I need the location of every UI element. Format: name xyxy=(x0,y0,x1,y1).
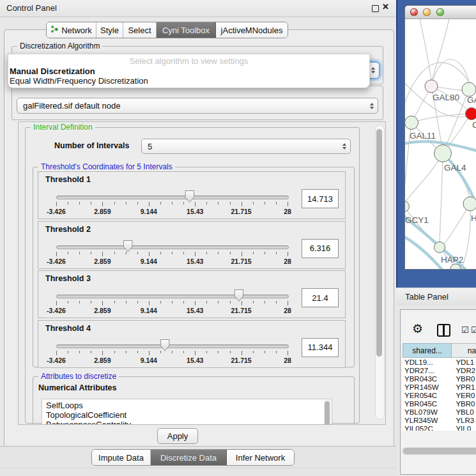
network-view-window[interactable]: GAL80GAGAL11CGAL4GCY1HHAP2 xyxy=(404,5,476,270)
network-node[interactable] xyxy=(425,80,438,93)
network-node[interactable] xyxy=(463,197,476,211)
table-row[interactable]: YBR043CYBR0 xyxy=(403,374,476,383)
tab-jactivemnodules[interactable]: jActiveMNodules xyxy=(216,22,288,38)
algorithm-dropdown-popup: Select algorithm to view settings Manual… xyxy=(8,54,370,88)
bottom-tabstrip: Impute DataDiscretize DataInfer Network xyxy=(91,449,295,466)
checkbox-icon[interactable]: ☑ xyxy=(461,326,469,334)
threshold-label: Threshold 2 xyxy=(45,225,91,234)
tick-mark xyxy=(149,202,150,206)
float-window-icon[interactable] xyxy=(372,5,379,12)
thresholds-group: Threshold's Coordinates for 5 Intervals … xyxy=(33,167,355,367)
tick-label: 21.715 xyxy=(231,357,252,364)
table-toolbar: ⚙ ☑ ☑ xyxy=(401,310,476,342)
split-columns-icon[interactable] xyxy=(437,324,450,337)
column-header-name[interactable]: na xyxy=(452,343,476,358)
network-node[interactable] xyxy=(405,201,410,212)
table-row[interactable]: YIL052CYIL0 xyxy=(403,424,476,431)
tick-mark xyxy=(218,252,219,254)
column-header-shared-name[interactable]: shared... xyxy=(403,343,452,358)
tab-discretize-data[interactable]: Discretize Data xyxy=(151,450,227,465)
cell-shared-name: YER054C xyxy=(403,392,449,399)
tick-mark xyxy=(172,202,173,204)
threshold-value-field[interactable]: 21.4 xyxy=(302,288,339,307)
attributes-title: Attributes to discretize xyxy=(38,372,119,381)
slider-thumb[interactable] xyxy=(185,190,194,203)
tab-style[interactable]: Style xyxy=(96,22,123,38)
tick-label: 2.859 xyxy=(94,208,111,215)
network-node[interactable] xyxy=(466,108,476,120)
cell-name: YBR0 xyxy=(449,375,476,383)
close-icon[interactable]: ✕ xyxy=(382,2,389,12)
table-row[interactable]: YLR345WYLR3 xyxy=(403,416,476,424)
tick-mark xyxy=(253,301,254,303)
combo-stepper-icon xyxy=(371,63,375,78)
gear-icon[interactable]: ⚙ xyxy=(412,323,423,335)
slider-track[interactable] xyxy=(56,295,289,298)
numerical-attributes-list[interactable]: SelfLoopsTopologicalCoefficientBetweenne… xyxy=(42,399,332,425)
attribute-item-selfloops[interactable]: SelfLoops xyxy=(46,401,83,410)
table-row[interactable]: YPR145WYPR1 xyxy=(403,383,476,391)
tab-label: jActiveMNodules xyxy=(221,26,283,35)
tick-mark xyxy=(160,252,161,254)
cell-name: YDL1 xyxy=(449,358,476,366)
slider-thumb[interactable] xyxy=(123,240,133,252)
table-container: ⚙ ☑ ☑ shared... na YDL19...YDL1YDR27...Y… xyxy=(400,309,476,475)
table-row[interactable]: YBR045CYBR0 xyxy=(403,399,476,408)
attributes-group: Attributes to discretize Numerical Attri… xyxy=(33,376,355,425)
tick-label: 15.43 xyxy=(187,257,203,265)
tick-mark xyxy=(102,252,103,256)
tab-network[interactable]: Network xyxy=(47,22,96,38)
table-row[interactable]: YDR27...YDR2 xyxy=(403,366,476,374)
table-horizontal-scrollbar[interactable] xyxy=(402,447,476,455)
tick-mark xyxy=(79,252,80,254)
table-row[interactable]: YDL19...YDL1 xyxy=(403,358,476,366)
attribute-item-betweennesscentrality[interactable]: BetweennessCentrality xyxy=(46,420,131,425)
combo-stepper-icon xyxy=(370,98,374,113)
threshold-value-field[interactable]: 14.713 xyxy=(302,189,339,208)
slider-thumb[interactable] xyxy=(160,339,170,351)
algorithm-hint-option[interactable]: Select algorithm to view settings xyxy=(8,56,369,66)
table-row[interactable]: YER054CYER0 xyxy=(403,391,476,399)
tick-mark xyxy=(265,252,265,254)
top-tabstrip: NetworkStyleSelectCyni ToolboxjActiveMNo… xyxy=(46,22,288,38)
panel-title: Control Panel xyxy=(6,3,57,13)
network-canvas[interactable]: GAL80GAGAL11CGAL4GCY1HHAP2 xyxy=(405,19,476,270)
table-row[interactable]: YBL079WYBL0 xyxy=(403,408,476,416)
apply-button[interactable]: Apply xyxy=(157,428,198,444)
threshold-panel-3: Threshold 3-3.4262.8599.14415.4321.71528… xyxy=(38,270,346,318)
tab-label: Cyni Toolbox xyxy=(162,26,210,35)
slider-track[interactable] xyxy=(56,196,289,199)
tick-mark xyxy=(265,351,265,353)
threshold-value-field[interactable]: 6.316 xyxy=(302,239,339,258)
number-of-intervals-combo[interactable]: 5 xyxy=(141,139,351,154)
tab-select[interactable]: Select xyxy=(123,22,157,38)
network-node[interactable] xyxy=(434,242,445,253)
minimize-traffic-light-icon[interactable] xyxy=(423,8,431,16)
tab-impute-data[interactable]: Impute Data xyxy=(92,450,151,465)
slider-thumb[interactable] xyxy=(234,289,243,302)
attributes-list-scrollbar[interactable] xyxy=(324,400,331,425)
tab-cyni-toolbox[interactable]: Cyni Toolbox xyxy=(157,22,216,38)
attribute-item-topologicalcoefficient[interactable]: TopologicalCoefficient xyxy=(46,410,127,420)
tick-mark xyxy=(183,301,184,303)
tab-infer-network[interactable]: Infer Network xyxy=(227,450,294,465)
checkbox-icon[interactable]: ☑ xyxy=(471,326,476,334)
network-node[interactable] xyxy=(405,116,418,130)
table-panel-body: ⚙ ☑ ☑ shared... na YDL19...YDL1YDR27...Y… xyxy=(396,305,476,476)
close-traffic-light-icon[interactable] xyxy=(410,8,418,16)
option-manual-discretization[interactable]: Manual Discretization xyxy=(10,66,95,76)
zoom-traffic-light-icon[interactable] xyxy=(436,8,444,16)
tick-mark xyxy=(206,202,207,204)
tick-mark xyxy=(183,252,184,254)
threshold-value-field[interactable]: 11.344 xyxy=(302,338,339,357)
tick-mark xyxy=(114,202,115,204)
slider-track[interactable] xyxy=(56,245,289,249)
tab-label: Discretize Data xyxy=(160,453,217,463)
option-equal-width-frequency[interactable]: Equal Width/Frequency Discretization xyxy=(10,76,148,86)
slider-track[interactable] xyxy=(56,344,289,348)
settings-vertical-scrollbar[interactable] xyxy=(375,125,385,420)
cell-shared-name: YDL19... xyxy=(403,358,449,366)
table-data-combo[interactable]: galFiltered.sif default node xyxy=(17,98,378,114)
network-node[interactable] xyxy=(462,82,476,96)
network-node[interactable] xyxy=(434,145,452,162)
